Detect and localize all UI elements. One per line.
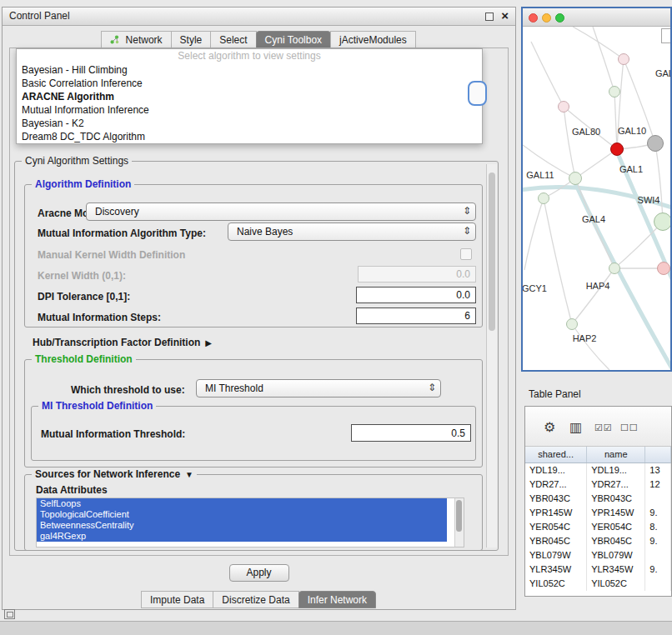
table-cell: YLR345W <box>587 562 645 577</box>
mi-steps-label: Mutual Information Steps: <box>38 312 161 323</box>
network-titlebar[interactable] <box>523 8 670 27</box>
data-attributes-list[interactable]: SelfLoops TopologicalCoefficient Between… <box>36 498 464 548</box>
data-attributes-items: SelfLoops TopologicalCoefficient Between… <box>37 498 464 542</box>
manual-kernel-label: Manual Kernel Width Definition <box>38 249 185 261</box>
table-row[interactable]: YBR043C YBR043C <box>525 492 671 506</box>
mi-threshold-group-title: MI Threshold Definition <box>38 400 156 412</box>
dpi-tolerance-label: DPI Tolerance [0,1]: <box>38 291 130 302</box>
control-panel-titlebar[interactable]: Control Panel × <box>3 8 515 26</box>
network-node[interactable] <box>618 53 629 65</box>
column-header-shared-name[interactable]: shared... <box>525 447 587 462</box>
table-cell: YPR145W <box>587 506 645 520</box>
sources-title-label: Sources for Network Inference <box>35 468 180 480</box>
algorithm-option[interactable]: Dream8 DC_TDC Algorithm <box>17 130 482 143</box>
mac-zoom-button[interactable] <box>555 13 564 22</box>
network-canvas[interactable]: GAL7GAL80GAL10GAL11GAL1SWI4GAL4GCY1HAP4H… <box>523 27 670 370</box>
network-node[interactable] <box>657 262 670 275</box>
manual-kernel-checkbox[interactable] <box>460 248 472 260</box>
network-node[interactable] <box>569 172 582 185</box>
tab-label: Discretize Data <box>222 594 289 606</box>
network-node[interactable] <box>609 86 620 98</box>
control-panel-tab[interactable]: Style <box>171 31 212 48</box>
table-row[interactable]: YLR345W YLR345W 9. <box>525 562 671 577</box>
network-node-label: SWI4 <box>638 195 660 205</box>
table-row[interactable]: YIL052C YIL052C <box>525 577 671 591</box>
network-node-label: GCY1 <box>522 283 547 293</box>
which-threshold-value: MI Threshold <box>205 382 263 394</box>
network-node[interactable] <box>558 101 569 112</box>
bottom-tab[interactable]: Infer Network <box>298 591 376 608</box>
bottom-tab[interactable]: Impute Data <box>141 591 213 608</box>
network-node[interactable] <box>654 212 672 231</box>
network-node[interactable] <box>647 135 664 152</box>
network-node[interactable] <box>566 318 578 330</box>
algorithm-option[interactable]: Mutual Information Inference <box>17 103 482 117</box>
bottom-tab[interactable]: Discretize Data <box>213 591 298 608</box>
close-window-icon[interactable]: × <box>501 8 509 22</box>
algorithm-option[interactable]: Bayesian - Hill Climbing <box>17 63 482 77</box>
control-panel-tab[interactable]: Cyni Toolbox <box>256 31 331 48</box>
table-toolbar: ⚙ ▥ ☑☑ ☐☐ <box>525 407 671 447</box>
tab-label: Infer Network <box>308 594 367 606</box>
expand-down-icon[interactable]: ▼ <box>185 470 193 479</box>
attributes-scrollbar[interactable] <box>454 498 464 547</box>
mi-type-select[interactable]: Naive Bayes ⇕ <box>228 222 476 241</box>
attribute-item[interactable]: gal4RGexp <box>37 531 447 542</box>
network-view-window: GAL7GAL80GAL10GAL11GAL1SWI4GAL4GCY1HAP4H… <box>521 7 672 372</box>
gear-icon[interactable]: ⚙ <box>544 419 555 435</box>
combo-arrows-icon: ⇕ <box>463 225 471 237</box>
apply-button[interactable]: Apply <box>229 564 289 582</box>
attribute-item[interactable]: SelfLoops <box>37 498 447 509</box>
network-node[interactable] <box>609 262 620 274</box>
aracne-mode-select[interactable]: Discovery ⇕ <box>86 202 476 221</box>
mi-steps-field[interactable]: 6 <box>356 308 476 324</box>
table-cell <box>645 548 671 562</box>
table-row[interactable]: YBL079W YBL079W <box>525 548 671 562</box>
attributes-scrollbar-thumb[interactable] <box>456 500 462 532</box>
float-window-icon[interactable] <box>485 12 494 21</box>
attribute-item[interactable]: TopologicalCoefficient <box>37 509 447 520</box>
table-cell: 9. <box>645 506 671 520</box>
table-cell: 8. <box>645 520 671 534</box>
unchecked-boxes-icon[interactable]: ☐☐ <box>620 422 639 433</box>
table-cell: YER054C <box>587 520 645 534</box>
table-cell: 13 <box>645 463 671 478</box>
control-panel-tab[interactable]: jActiveModules <box>330 31 416 48</box>
algorithm-option[interactable]: Basic Correlation Inference <box>17 77 482 90</box>
algorithm-select-combo-fragment[interactable] <box>468 81 487 106</box>
table-row[interactable]: YPR145W YPR145W 9. <box>525 506 671 520</box>
checked-boxes-icon[interactable]: ☑☑ <box>594 422 613 433</box>
mac-minimize-button[interactable] <box>542 13 551 22</box>
columns-icon[interactable]: ▥ <box>569 419 582 435</box>
settings-scrollbar-thumb[interactable] <box>489 172 495 331</box>
table-cell: YDL19... <box>587 463 645 478</box>
algorithm-option[interactable]: ARACNE Algorithm <box>17 90 482 103</box>
table-cell: YDL19... <box>525 463 587 478</box>
table-row[interactable]: YER054C YER054C 8. <box>525 520 671 534</box>
dpi-tolerance-field[interactable]: 0.0 <box>356 287 476 303</box>
column-header-name[interactable]: name <box>587 447 645 462</box>
table-cell: YDR27... <box>525 478 587 492</box>
settings-scrollbar[interactable] <box>486 164 497 548</box>
table-header: shared... name <box>525 447 671 463</box>
algorithm-option[interactable]: Bayesian - K2 <box>17 117 482 130</box>
mi-threshold-field[interactable]: 0.5 <box>351 424 471 442</box>
column-header-clipped[interactable] <box>645 447 671 462</box>
mi-threshold-label: Mutual Information Threshold: <box>41 428 185 440</box>
algorithm-popup-placeholder: Select algorithm to view settings <box>17 49 482 63</box>
tab-label: jActiveModules <box>339 34 407 46</box>
hub-section-toggle[interactable]: Hub/Transcription Factor Definition▶ <box>33 337 212 348</box>
table-row[interactable]: YBR045C YBR045C 9. <box>525 534 671 548</box>
network-tool-box[interactable] <box>661 28 672 43</box>
control-panel-tab[interactable]: Network <box>101 31 171 48</box>
attribute-item[interactable]: BetweennessCentrality <box>37 520 447 531</box>
network-node[interactable] <box>538 192 549 204</box>
float-panel-icon[interactable] <box>4 609 15 619</box>
which-threshold-select[interactable]: MI Threshold ⇕ <box>196 379 441 398</box>
mac-close-button[interactable] <box>529 13 538 22</box>
table-row[interactable]: YDL19... YDL19... 13 <box>525 463 671 478</box>
network-node[interactable] <box>610 142 624 156</box>
table-row[interactable]: YDR27... YDR27... 12 <box>525 478 671 492</box>
control-panel-tab[interactable]: Select <box>210 31 256 48</box>
network-node-label: GAL7 <box>655 68 672 78</box>
